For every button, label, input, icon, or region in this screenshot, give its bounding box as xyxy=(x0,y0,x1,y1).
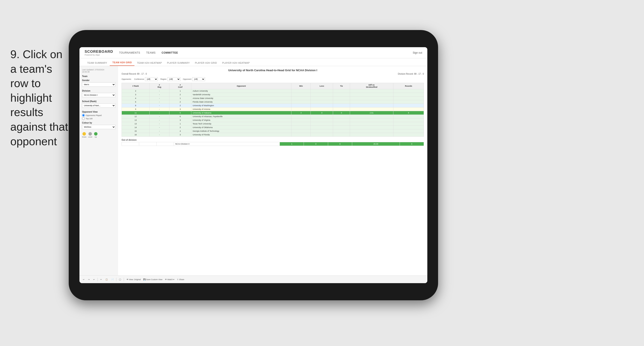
ood-loss: 0 xyxy=(304,142,328,146)
filter-opponent-label: Opponent xyxy=(183,78,192,80)
share-icon: ⇪ xyxy=(177,279,179,281)
td-reg: - xyxy=(150,96,169,100)
toolbar-undo2[interactable]: ↩ xyxy=(92,278,96,281)
td-rounds xyxy=(393,122,424,126)
watch-label: Watch ▾ xyxy=(167,279,174,281)
table-row[interactable]: 3-2Vanderbilt University xyxy=(122,93,424,96)
sidebar-gender-label: Gender xyxy=(82,79,116,81)
sidebar: Last Updated: 27/03/2024 16:55:38 Team G… xyxy=(80,66,118,276)
sidebar-timestamp: Last Updated: 27/03/2024 16:55:38 xyxy=(82,69,116,73)
td-rank: 15 xyxy=(122,129,150,133)
toolbar-copy[interactable]: 📋 xyxy=(104,278,109,281)
td-diff xyxy=(350,129,394,133)
table-row[interactable]: 11-5University of Alabama3002.618 xyxy=(122,111,424,115)
td-conf: 2 xyxy=(169,126,191,129)
td-rounds xyxy=(393,129,424,133)
view-icon: 👁 xyxy=(126,279,128,281)
td-rank: 12 xyxy=(122,115,150,118)
table-row[interactable]: 13-3University of Virginia xyxy=(122,118,424,122)
toolbar-redo[interactable]: ↪ xyxy=(87,278,90,281)
td-diff xyxy=(350,133,394,137)
table-row[interactable]: 6-2Florida State University xyxy=(122,100,424,104)
sign-out[interactable]: Sign out xyxy=(413,51,422,54)
tab-team-h2h-heatmap[interactable]: TEAM H2H HEATMAP xyxy=(134,61,164,66)
td-rounds xyxy=(393,100,424,104)
toolbar-paste[interactable]: 📄 xyxy=(110,278,114,281)
legend-down-circle xyxy=(82,132,86,136)
sidebar-gender-select[interactable]: Men's xyxy=(82,82,116,87)
td-diff xyxy=(350,104,394,107)
td-loss xyxy=(311,96,333,100)
td-loss xyxy=(311,107,333,111)
filter-opponent-select[interactable]: (All) xyxy=(192,77,205,81)
tablet-device: SCOREBOARD Powered by clippi TOURNAMENTS… xyxy=(69,30,438,300)
td-win xyxy=(292,115,311,118)
tab-team-summary[interactable]: TEAM SUMMARY xyxy=(84,61,110,66)
table-row[interactable]: 12-6University of Arkansas, Fayetteville xyxy=(122,115,424,118)
toolbar-save-custom-view[interactable]: 💾 Save Custom View xyxy=(142,278,163,281)
td-opponent: Vanderbilt University xyxy=(191,93,292,96)
td-rank: 6 xyxy=(122,100,150,104)
radio-top-100[interactable]: Top 100 xyxy=(82,117,116,120)
toolbar-scissors[interactable]: ✂ xyxy=(100,278,103,281)
logo-area: SCOREBOARD Powered by clippi xyxy=(84,49,113,56)
toolbar-undo[interactable]: ↩ xyxy=(82,278,86,281)
table-row[interactable]: 4-1Arizona State University xyxy=(122,96,424,100)
table-row[interactable]: 16-3University of Florida xyxy=(122,133,424,137)
toolbar-view-original[interactable]: 👁 View: Original xyxy=(126,278,142,281)
radio-opponents-played[interactable]: Opponents Played xyxy=(82,114,116,117)
table-row[interactable]: 13-1Texas Tech University xyxy=(122,122,424,126)
filter-conference-select[interactable]: (All) xyxy=(145,77,158,81)
td-diff xyxy=(350,89,394,93)
th-rounds: Rounds xyxy=(393,83,424,89)
nav-committee[interactable]: COMMITTEE xyxy=(162,50,178,55)
toolbar-clock[interactable]: ◯ xyxy=(118,278,122,281)
filter-region-select[interactable]: (All) xyxy=(168,77,180,81)
table-row[interactable]: 9-3University of Arizona xyxy=(122,107,424,111)
table-row[interactable]: 2-1Auburn University xyxy=(122,89,424,93)
sidebar-division-select[interactable]: NCAA Division I xyxy=(82,93,116,97)
td-tie xyxy=(333,96,350,100)
sidebar-opponent-view-label: Opponent View xyxy=(82,111,116,113)
td-rounds xyxy=(393,96,424,100)
ood-rounds: 3 xyxy=(400,142,424,146)
sidebar-colour-by-label: Colour by xyxy=(82,122,116,124)
td-win xyxy=(292,104,311,107)
table-row[interactable]: 14-2University of Oklahoma xyxy=(122,126,424,129)
th-conf: #Conf xyxy=(169,83,191,89)
tab-player-h2h-grid[interactable]: PLAYER H2H GRID xyxy=(192,61,220,66)
nav-tournaments[interactable]: TOURNAMENTS xyxy=(119,50,140,55)
td-tie xyxy=(333,100,350,104)
toolbar-share[interactable]: ⇪ Share xyxy=(176,278,185,281)
td-loss xyxy=(311,104,333,107)
td-tie xyxy=(333,89,350,93)
td-tie xyxy=(333,126,350,129)
td-loss xyxy=(311,115,333,118)
filter-conference-group: Conference (All) xyxy=(134,77,158,81)
watch-icon: 👁 xyxy=(165,279,167,281)
sidebar-school-select[interactable]: University of Nort... xyxy=(82,103,116,108)
nav-teams[interactable]: TEAMS xyxy=(146,50,156,55)
nav-links: TOURNAMENTS TEAMS COMMITTEE xyxy=(119,50,413,55)
tab-player-h2h-heatmap[interactable]: PLAYER H2H HEATMAP xyxy=(220,61,252,66)
sidebar-school-label: School (Rank) xyxy=(82,100,116,102)
filter-opponents-label: Opponents: xyxy=(122,78,132,80)
td-opponent: Texas Tech University xyxy=(191,122,292,126)
toolbar-watch[interactable]: 👁 Watch ▾ xyxy=(164,278,175,281)
legend-level-circle xyxy=(88,132,92,136)
out-of-division-table: NCAA Division II 1 0 0 26.00 3 xyxy=(122,142,424,146)
td-opponent: Georgia Institute of Technology xyxy=(191,129,292,133)
table-row[interactable]: 15-4Georgia Institute of Technology xyxy=(122,129,424,133)
td-tie: 0 xyxy=(333,111,350,115)
sidebar-colour-by-select[interactable]: Win/loss xyxy=(82,125,116,129)
td-diff xyxy=(350,96,394,100)
table-row[interactable]: 8-2University of Washington xyxy=(122,104,424,107)
td-diff xyxy=(350,122,394,126)
td-win xyxy=(292,89,311,93)
tab-team-h2h-grid[interactable]: TEAM H2H GRID xyxy=(110,61,134,66)
tab-player-summary[interactable]: PLAYER SUMMARY xyxy=(164,61,192,66)
td-reg: - xyxy=(150,100,169,104)
filter-region-group: Region (All) xyxy=(160,77,180,81)
instruction-text: 9. Click on a team's row to highlight re… xyxy=(10,47,70,149)
logo-title: SCOREBOARD xyxy=(84,49,113,54)
